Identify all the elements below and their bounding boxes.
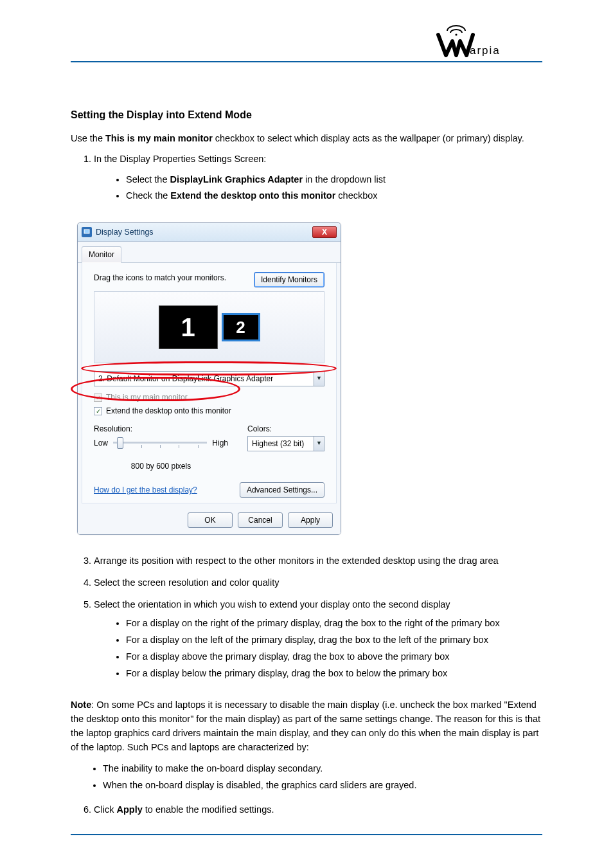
step5-b2: For a display on the left of the primary… <box>126 633 542 647</box>
step2-b1-prefix: Select the <box>126 174 170 185</box>
step2: In the Display Properties Settings Scree… <box>94 152 542 203</box>
display-dropdown-value: 2. Default Monitor on DisplayLink Graphi… <box>94 371 324 386</box>
chevron-down-icon[interactable]: ▼ <box>314 372 324 386</box>
step6-bold: Apply <box>116 804 142 815</box>
identify-monitors-button[interactable]: Identify Monitors <box>254 272 324 287</box>
step5-b3: For a display above the primary display,… <box>126 650 542 664</box>
section1-title: Setting the Display into Extend Mode <box>71 107 542 123</box>
slider-high-label: High <box>212 437 228 449</box>
apply-button[interactable]: Apply <box>288 512 333 528</box>
step5: Select the orientation in which you wish… <box>94 598 542 681</box>
step2-b2-bold: Extend the desktop onto this monitor <box>170 190 335 201</box>
step6-prefix: Click <box>94 804 116 815</box>
cancel-button[interactable]: Cancel <box>238 512 283 528</box>
step1-bold: This is my main monitor <box>105 133 213 143</box>
resolution-slider[interactable] <box>113 436 207 450</box>
step5-text: Select the orientation in which you wish… <box>94 599 450 610</box>
drag-instruction: Drag the icons to match your monitors. <box>94 272 226 284</box>
note-lead: Note <box>71 700 91 710</box>
svg-point-0 <box>455 33 457 35</box>
step2-text: In the Display Properties Settings Scree… <box>94 154 266 164</box>
resolution-label: Resolution: <box>94 423 228 435</box>
display-dropdown[interactable]: 2. Default Monitor on DisplayLink Graphi… <box>94 371 324 386</box>
brand-logo: arpia <box>434 23 518 62</box>
step6-suffix: to enable the modified settings. <box>143 804 274 815</box>
chk-main-monitor: ✓ This is my main monitor <box>94 392 324 403</box>
logo-text: arpia <box>470 44 501 57</box>
step2-b2-suffix: checkbox <box>335 190 377 201</box>
colors-dropdown[interactable]: Highest (32 bit) <box>247 436 324 451</box>
dialog-titlebar[interactable]: Display Settings X <box>78 223 341 242</box>
chk-main-label: This is my main monitor <box>106 392 188 403</box>
chk-extend-label: Extend the desktop onto this monitor <box>106 405 231 417</box>
step2-b1: Select the DisplayLink Graphics Adapter … <box>126 173 542 187</box>
step1: Use the This is my main monitor checkbox… <box>71 132 542 146</box>
checkbox-icon: ✓ <box>94 393 102 402</box>
step2-b1-bold: DisplayLink Graphics Adapter <box>170 174 303 185</box>
monitor-2-icon[interactable]: 2 <box>222 313 260 341</box>
svg-rect-1 <box>84 230 89 233</box>
step2-b1-suffix: in the dropdown list <box>303 174 386 185</box>
monitor-arrangement-area[interactable]: 1 2 <box>94 291 324 363</box>
section-divider <box>71 834 542 835</box>
chevron-down-icon[interactable]: ▼ <box>314 437 324 451</box>
display-settings-dialog: Display Settings X Monitor Drag the icon… <box>77 222 341 535</box>
resolution-value: 800 by 600 pixels <box>94 460 228 472</box>
checkbox-icon[interactable]: ✓ <box>94 407 102 415</box>
dialog-title: Display Settings <box>96 226 154 239</box>
step2-b2-prefix: Check the <box>126 190 170 201</box>
best-display-link[interactable]: How do I get the best display? <box>94 484 197 496</box>
slider-thumb[interactable] <box>117 437 123 449</box>
step2-b2: Check the Extend the desktop onto this m… <box>126 189 542 203</box>
step1-suffix: checkbox to select which display acts as… <box>213 133 524 143</box>
monitor-1-icon[interactable]: 1 <box>159 305 218 349</box>
close-button[interactable]: X <box>312 226 337 238</box>
step6: Click Apply to enable the modified setti… <box>94 803 542 817</box>
note-b1: The inability to make the on-board displ… <box>103 762 542 776</box>
chk-extend-desktop[interactable]: ✓ Extend the desktop onto this monitor <box>94 405 324 417</box>
note-text: : On some PCs and laptops it is necessar… <box>71 700 540 752</box>
tab-monitor[interactable]: Monitor <box>82 246 121 263</box>
note-b2: When the on-board display is disabled, t… <box>103 779 542 793</box>
advanced-settings-button[interactable]: Advanced Settings... <box>240 482 324 498</box>
step1-prefix: Use the <box>71 133 105 143</box>
slider-low-label: Low <box>94 437 108 449</box>
colors-label: Colors: <box>247 423 324 435</box>
step3: Arrange its position with respect to the… <box>94 554 542 568</box>
ok-button[interactable]: OK <box>188 512 233 528</box>
note-paragraph: Note: On some PCs and laptops it is nece… <box>71 698 542 754</box>
step5-b4: For a display below the primary display,… <box>126 667 542 681</box>
step5-b1: For a display on the right of the primar… <box>126 617 542 631</box>
controlpanel-icon <box>82 227 92 237</box>
step4: Select the screen resolution and color q… <box>94 576 542 590</box>
